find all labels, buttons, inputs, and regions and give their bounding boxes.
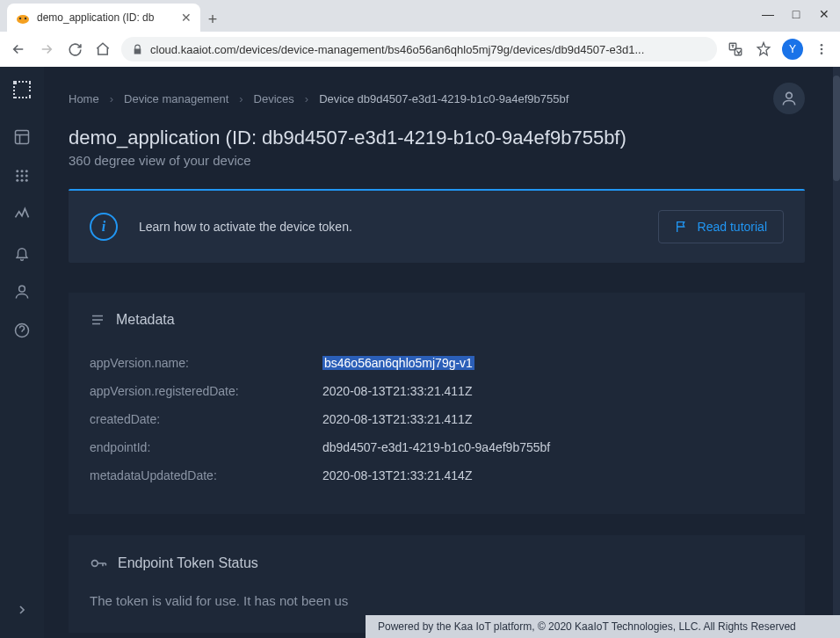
svg-point-30 (16, 179, 18, 182)
flag-icon (675, 220, 689, 234)
svg-point-29 (25, 175, 28, 178)
svg-rect-17 (18, 97, 20, 98)
browser-tab[interactable]: demo_application (ID: db ✕ (7, 4, 200, 32)
endpoint-status-text: The token is valid for use. It has not b… (90, 593, 784, 608)
metadata-value: 2020-08-13T21:33:21.411Z (322, 412, 472, 426)
chevron-right-icon: › (305, 92, 308, 105)
reload-button[interactable] (65, 40, 84, 59)
svg-rect-11 (13, 93, 15, 95)
new-tab-button[interactable]: + (200, 7, 225, 32)
svg-point-31 (21, 179, 24, 182)
scrollbar-thumb[interactable] (833, 76, 840, 181)
window-maximize[interactable]: □ (787, 5, 805, 23)
svg-rect-14 (22, 81, 24, 83)
forward-button[interactable] (37, 40, 56, 59)
metadata-title: Metadata (116, 312, 175, 328)
chevron-right-icon: › (239, 92, 243, 105)
browser-chrome: — □ ✕ demo_application (ID: db ✕ + (0, 0, 840, 67)
metadata-key: createdDate: (90, 412, 322, 426)
info-icon: i (90, 213, 118, 241)
svg-point-0 (17, 15, 29, 24)
profile-avatar[interactable]: Y (782, 39, 803, 60)
svg-point-33 (19, 286, 25, 292)
url-text: cloud.kaaiot.com/devices/device-manageme… (150, 43, 644, 56)
footer-text: Powered by the Kaa IoT platform, © 2020 … (366, 615, 840, 638)
breadcrumb-current: Device db9d4507-e3d1-4219-b1c0-9a4ef9b75… (319, 92, 568, 105)
svg-point-24 (16, 170, 18, 172)
breadcrumb: Home › Device management › Devices › Dev… (69, 92, 568, 105)
metadata-row: appVersion.registeredDate:2020-08-13T21:… (90, 377, 784, 405)
breadcrumb-home[interactable]: Home (69, 92, 99, 105)
svg-point-28 (21, 175, 24, 178)
svg-point-6 (821, 48, 823, 51)
home-button[interactable] (93, 40, 112, 59)
sidebar-item-analytics[interactable] (4, 197, 40, 232)
chevron-right-icon: › (110, 92, 113, 105)
svg-rect-13 (18, 81, 20, 83)
metadata-value: bs46o56an6qhlo5mj79g-v1 (322, 356, 474, 370)
breadcrumb-device-mgmt[interactable]: Device management (124, 92, 228, 105)
svg-rect-15 (25, 81, 27, 83)
favicon-icon (16, 11, 30, 25)
main-content: Home › Device management › Devices › Dev… (44, 67, 840, 638)
metadata-row: endpointId:db9d4507-e3d1-4219-b1c0-9a4ef… (90, 433, 784, 461)
svg-rect-18 (22, 97, 24, 98)
sidebar-item-help[interactable] (4, 313, 40, 348)
app-logo[interactable] (11, 79, 33, 100)
sidebar-item-alerts[interactable] (4, 236, 40, 271)
svg-point-26 (25, 170, 28, 172)
back-button[interactable] (9, 40, 28, 59)
metadata-key: appVersion.name: (90, 356, 322, 370)
bookmark-icon[interactable] (754, 40, 773, 59)
metadata-value: db9d4507-e3d1-4219-b1c0-9a4ef9b755bf (322, 440, 550, 454)
svg-rect-22 (29, 90, 31, 91)
key-icon (90, 555, 107, 572)
breadcrumb-devices[interactable]: Devices (254, 92, 294, 105)
svg-rect-9 (13, 86, 15, 88)
translate-icon[interactable] (726, 40, 745, 59)
svg-rect-20 (29, 95, 31, 98)
svg-rect-19 (25, 97, 27, 98)
svg-point-2 (25, 18, 26, 19)
metadata-section: Metadata appVersion.name:bs46o56an6qhlo5… (69, 293, 805, 514)
endpoint-title: Endpoint Token Status (118, 555, 258, 571)
window-minimize[interactable]: — (759, 5, 777, 23)
svg-point-32 (25, 179, 28, 182)
lock-icon (132, 44, 143, 55)
read-tutorial-label: Read tutorial (698, 220, 767, 234)
metadata-row: createdDate:2020-08-13T21:33:21.411Z (90, 405, 784, 433)
address-bar[interactable]: cloud.kaaiot.com/devices/device-manageme… (121, 37, 717, 62)
svg-point-35 (786, 92, 793, 98)
svg-rect-8 (13, 81, 17, 84)
page-title: demo_application (ID: db9d4507-e3d1-4219… (69, 127, 805, 149)
list-icon (90, 312, 105, 328)
read-tutorial-button[interactable]: Read tutorial (658, 210, 784, 243)
svg-point-1 (19, 18, 21, 19)
svg-rect-21 (29, 86, 31, 88)
metadata-row: appVersion.name:bs46o56an6qhlo5mj79g-v1 (90, 349, 784, 377)
account-button[interactable] (773, 83, 805, 114)
sidebar-item-apps[interactable] (4, 158, 40, 193)
sidebar-item-dashboard[interactable] (4, 120, 40, 155)
svg-point-25 (21, 170, 24, 172)
menu-icon[interactable] (812, 40, 831, 59)
metadata-key: metadataUpdatedDate: (90, 468, 322, 482)
tab-close-icon[interactable]: ✕ (181, 11, 192, 25)
svg-point-27 (16, 175, 18, 178)
sidebar (0, 67, 44, 638)
metadata-row: metadataUpdatedDate:2020-08-13T21:33:21.… (90, 461, 784, 489)
window-close[interactable]: ✕ (815, 5, 833, 23)
metadata-value: 2020-08-13T21:33:21.414Z (322, 468, 472, 482)
page-subtitle: 360 degree view of your device (69, 153, 805, 168)
svg-rect-23 (16, 131, 29, 144)
app-root: Home › Device management › Devices › Dev… (0, 67, 840, 638)
info-banner-text: Learn how to activate the device token. (139, 220, 637, 234)
svg-rect-10 (13, 90, 15, 91)
sidebar-item-account[interactable] (4, 274, 40, 309)
scrollbar-track[interactable] (833, 67, 840, 638)
svg-rect-12 (13, 97, 17, 98)
sidebar-expand-button[interactable] (4, 592, 40, 627)
svg-point-36 (92, 561, 98, 567)
metadata-key: appVersion.registeredDate: (90, 384, 322, 398)
info-banner: i Learn how to activate the device token… (69, 189, 805, 263)
